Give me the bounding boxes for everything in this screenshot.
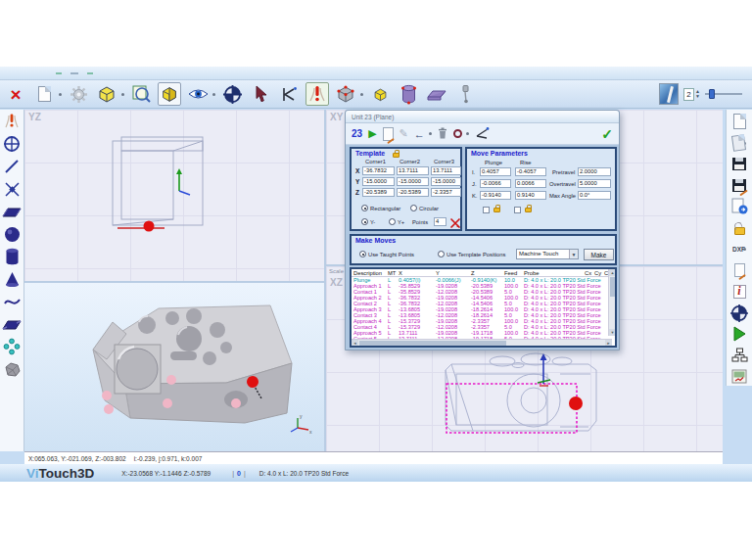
view-cube-dropdown[interactable]: [121, 93, 124, 96]
unlock-icon[interactable]: [729, 218, 750, 237]
angle-icon[interactable]: [277, 82, 301, 106]
undo-dropdown[interactable]: [429, 132, 432, 135]
circular-radio[interactable]: [410, 205, 417, 211]
info-icon[interactable]: i: [729, 283, 750, 302]
overtravel-input[interactable]: 5.0000: [578, 179, 611, 188]
max-angle-input[interactable]: 0.0°: [578, 191, 611, 200]
point-cloud-icon[interactable]: [2, 337, 23, 356]
small-cube-icon[interactable]: [368, 82, 392, 106]
circle-tool-icon[interactable]: [453, 129, 462, 138]
y-plus-radio[interactable]: [389, 218, 396, 225]
scroll-up-icon[interactable]: ▲: [609, 269, 616, 276]
circle-feature-icon[interactable]: [2, 134, 23, 154]
stylus-icon[interactable]: [453, 82, 477, 106]
i-plunge[interactable]: 0.4057: [480, 167, 511, 176]
points-input[interactable]: 4: [434, 217, 446, 226]
corner3-x[interactable]: 13.7111: [431, 166, 461, 175]
export-icon[interactable]: [729, 198, 750, 216]
j-rise[interactable]: 0.0066: [515, 179, 546, 188]
menu-item[interactable]: [5, 72, 9, 74]
plane-feature-icon[interactable]: [2, 202, 23, 221]
spinner-down-icon[interactable]: ▼: [695, 94, 700, 99]
menu-item[interactable]: [70, 72, 78, 74]
cursor-icon[interactable]: [249, 82, 272, 106]
delete-icon[interactable]: [438, 125, 447, 143]
corner1-x[interactable]: -36.7832: [362, 166, 395, 175]
viewport-3d[interactable]: y x: [24, 283, 324, 451]
accept-icon[interactable]: ✓: [601, 126, 613, 142]
corner1-z[interactable]: -20.5389: [362, 188, 395, 197]
corner3-z[interactable]: -2.3357: [431, 188, 461, 197]
save-as-icon[interactable]: [729, 176, 750, 195]
cone-feature-icon[interactable]: [2, 269, 23, 289]
k-rise[interactable]: 0.9140: [515, 191, 546, 200]
open-file-icon[interactable]: [729, 134, 750, 153]
run-unit-icon[interactable]: ▶: [368, 128, 376, 139]
save-icon[interactable]: [729, 155, 750, 173]
probe-path-icon[interactable]: [449, 215, 461, 233]
rectangular-radio[interactable]: [361, 205, 368, 211]
dxf-export-icon[interactable]: DXF: [729, 240, 750, 258]
corner1-y[interactable]: -15.0000: [362, 177, 395, 186]
table-hscrollbar[interactable]: ◄ ►: [352, 339, 612, 346]
zoom-cube-icon[interactable]: [129, 82, 153, 106]
close-icon[interactable]: ×: [4, 82, 27, 106]
dialog-title[interactable]: Unit 23 (Plane): [346, 111, 619, 123]
y-minus-radio[interactable]: [361, 218, 368, 225]
slab-icon[interactable]: [425, 82, 448, 106]
slider-thumb[interactable]: [709, 89, 715, 99]
rise-lock-checkbox[interactable]: [514, 207, 521, 213]
gear-icon[interactable]: [67, 82, 90, 106]
report-icon[interactable]: [729, 367, 750, 386]
scroll-down-icon[interactable]: ▼: [609, 329, 616, 336]
corner3-y[interactable]: -15.0000: [431, 177, 461, 186]
solid-cube-icon[interactable]: [158, 82, 181, 106]
menu-item[interactable]: [87, 72, 93, 74]
edit-icon[interactable]: ✎: [400, 127, 408, 140]
menu-item[interactable]: [18, 72, 22, 74]
slab-feature-icon[interactable]: [2, 314, 23, 334]
probe-icon[interactable]: [2, 112, 23, 131]
view-cube-icon[interactable]: [95, 82, 118, 106]
line-feature-icon[interactable]: [2, 157, 23, 176]
vector-icon[interactable]: [475, 125, 490, 143]
i-rise[interactable]: -0.4057: [515, 167, 546, 176]
transparency-slider[interactable]: [705, 88, 742, 100]
probe-photo[interactable]: [659, 83, 679, 105]
use-template-positions-radio[interactable]: [438, 251, 445, 257]
undo-icon[interactable]: ←: [414, 128, 425, 140]
target-icon[interactable]: [220, 82, 244, 106]
eye-icon[interactable]: [186, 82, 210, 106]
document-icon[interactable]: [32, 82, 56, 106]
corner2-z[interactable]: -20.5389: [397, 188, 429, 197]
new-file-icon[interactable]: [729, 113, 750, 131]
menu-item[interactable]: [30, 72, 34, 74]
mesh-icon[interactable]: [2, 359, 23, 379]
probe-alert-icon[interactable]: [306, 82, 329, 106]
corner2-x[interactable]: 13.7111: [397, 166, 429, 175]
run-icon[interactable]: [729, 325, 750, 344]
circle-tool-dropdown[interactable]: [466, 132, 469, 135]
point-feature-icon[interactable]: [2, 179, 23, 199]
sphere-feature-icon[interactable]: [2, 224, 23, 244]
menu-item[interactable]: [43, 72, 47, 74]
viewport-yz[interactable]: YZ: [24, 110, 324, 281]
view-count-spinner[interactable]: 2 ▲▼: [683, 88, 700, 101]
table-vscrollbar[interactable]: ▲ ▼: [608, 269, 615, 336]
use-taught-points-radio[interactable]: [359, 251, 366, 257]
cylinder-feature-icon[interactable]: [2, 247, 23, 266]
j-plunge[interactable]: -0.0066: [480, 179, 511, 188]
teach-icon[interactable]: [383, 127, 394, 141]
cylinder-points-icon[interactable]: [397, 82, 420, 106]
make-button[interactable]: Make: [584, 249, 614, 260]
menu-item[interactable]: [56, 72, 62, 74]
cube-points-dropdown[interactable]: [360, 93, 363, 96]
document-dropdown[interactable]: [59, 93, 62, 96]
eye-dropdown[interactable]: [212, 93, 215, 96]
k-plunge[interactable]: -0.9140: [480, 191, 511, 200]
scroll-right-icon[interactable]: ►: [605, 340, 612, 347]
touch-mode-select[interactable]: Machine Touch ▼: [516, 249, 579, 259]
corner2-y[interactable]: -15.0000: [397, 177, 429, 186]
cube-points-icon[interactable]: [334, 82, 357, 106]
plunge-lock-checkbox[interactable]: [483, 207, 490, 213]
